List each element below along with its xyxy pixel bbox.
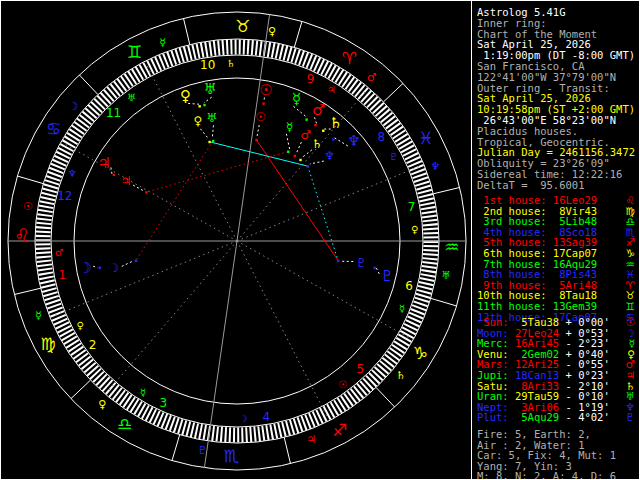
- aspect-line: [136, 141, 213, 261]
- house-ruler-icon: ♅: [127, 92, 136, 103]
- pointer-dash: [376, 268, 379, 274]
- sign-glyph-aries: ♈: [342, 48, 357, 68]
- house-ruler-icon: ♆: [68, 168, 77, 179]
- transit-position-dot: [373, 267, 375, 269]
- natal-planet-mars: ♂: [300, 128, 311, 142]
- zodiac-sign-icon: ♌: [626, 195, 635, 206]
- sign-ruler-icon: ☉: [23, 200, 33, 213]
- sign-glyph-aquarius: ♒: [444, 237, 459, 257]
- house-number: 5: [357, 362, 365, 376]
- transit-planet-uranus: ♅: [204, 80, 217, 98]
- info-line: Placidus houses.: [477, 126, 639, 137]
- planet-icon: ♃: [626, 370, 635, 381]
- house-cusp-line: [146, 63, 237, 241]
- sign-ruler-icon: ♄: [396, 369, 406, 382]
- planet-motion: - 4°02': [559, 412, 610, 423]
- sign-ruler-icon: ☽: [68, 100, 78, 113]
- sign-ruler-icon: ☿: [159, 36, 166, 49]
- house-ruler-icon: ☿: [399, 303, 405, 314]
- pointer-dash: [111, 167, 112, 173]
- house-number: 4: [263, 410, 271, 424]
- house-number: 12: [57, 189, 72, 203]
- pointer-dash: [310, 161, 324, 164]
- house-row: 1st house: 16Leo29♌: [477, 195, 635, 206]
- transit-planet-sun: ☉: [259, 81, 272, 99]
- sign-ruler-icon: ♀: [98, 398, 106, 411]
- sign-ruler-icon: ♇: [197, 444, 207, 457]
- transit-planet-moon: ☽: [79, 259, 92, 277]
- house-cusp-line: [63, 143, 237, 241]
- house-row: 6th house: 17Cap07♑: [477, 248, 635, 259]
- house-ruler-icon: ♂: [55, 247, 64, 258]
- sign-glyph-sagittarius: ♐: [332, 420, 347, 440]
- pointer-dash: [286, 134, 289, 149]
- sign-divider: [284, 437, 290, 463]
- house-cusp-line: [237, 165, 422, 241]
- house-ruler-icon: ♃: [327, 84, 336, 95]
- planet-position: 5Aqu29: [509, 412, 560, 423]
- sign-glyph-leo: ♌: [14, 225, 29, 245]
- sign-divider: [183, 18, 189, 44]
- sign-glyph-libra: ♎: [117, 414, 132, 434]
- transit-position-dot: [113, 174, 115, 176]
- transit-planet-jupiter: ♃: [97, 154, 110, 172]
- natal-position-dot: [307, 165, 309, 167]
- aspect-line: [209, 142, 307, 166]
- house-cusp-position: 1st house: 16Leo29: [477, 195, 597, 206]
- natal-position-dot: [287, 151, 289, 153]
- natal-planet-moon: ☽: [109, 261, 120, 275]
- house-ruler-icon: ♀: [411, 224, 418, 235]
- pointer-dash: [296, 142, 301, 153]
- house-number: 11: [106, 106, 121, 120]
- natal-transit-wheel: ♈♂♉♀♊☿♋☽♌☉♍☿♎♀♏♇♐♃♑♄♒♅♓♆1♂2♀3☿4☽5☉6☿7♀8♇…: [1, 1, 471, 479]
- house-cusp-position: 6th house: 17Cap07: [477, 248, 597, 259]
- planet-row: Jupi: 18Can13 + 0°23'♃: [477, 370, 635, 381]
- sign-glyph-gemini: ♊: [127, 42, 142, 62]
- sign-glyph-virgo: ♍: [40, 334, 55, 354]
- sign-ruler-icon: ♃: [306, 433, 316, 446]
- transit-position-dot: [198, 105, 200, 107]
- house-number: 7: [408, 200, 416, 214]
- zodiac-sign-icon: ♊: [626, 301, 635, 312]
- natal-position-dot: [294, 155, 296, 157]
- house-cusp-position: 11th house: 13Gem39: [477, 301, 597, 312]
- sign-glyph-capricorn: ♑: [413, 343, 428, 363]
- transit-planet-mercury: ☿: [292, 90, 301, 108]
- sign-divider: [294, 21, 302, 47]
- transit-position-dot: [332, 138, 334, 140]
- sign-divider: [79, 75, 98, 95]
- sign-glyph-scorpio: ♏: [224, 446, 239, 466]
- element-summary-block: Fire: 5, Earth: 2,Air : 2, Water: 1Car: …: [477, 429, 639, 480]
- sign-divider: [14, 288, 40, 294]
- sign-ruler-icon: ♂: [367, 71, 377, 84]
- sign-divider: [17, 176, 43, 184]
- transit-planet-pluto: ♇: [380, 267, 393, 285]
- transit-planet-mars: ♂: [312, 101, 325, 119]
- transit-position-dot: [314, 124, 316, 126]
- transit-position-dot: [305, 118, 307, 120]
- natal-planet-mercury: ☿: [286, 120, 293, 134]
- transit-position-dot: [262, 103, 264, 105]
- house-number: 2: [89, 338, 97, 352]
- transit-planet-venus: ♀: [180, 87, 191, 105]
- sign-divider: [383, 83, 403, 102]
- sign-divider: [172, 435, 180, 461]
- info-panel: Astrolog 5.41GInner ring:Chart of the Mo…: [475, 1, 639, 479]
- sign-glyph-taurus: ♉: [235, 16, 250, 36]
- house-number: 9: [307, 72, 315, 86]
- natal-position-dot: [299, 159, 301, 161]
- summary-line: M: 8, N: 2, A: 4, D: 6: [477, 471, 639, 480]
- planet-motion: + 0°23': [559, 370, 610, 381]
- house-number: 1: [59, 268, 67, 282]
- house-number: 10: [200, 58, 215, 72]
- house-number: 3: [160, 396, 168, 410]
- planet-icon: ☉: [626, 317, 635, 328]
- natal-planet-jupiter: ♃: [121, 174, 132, 188]
- pointer-dash: [302, 150, 312, 158]
- planet-label: Jupi:: [477, 370, 509, 381]
- sign-glyph-cancer: ♋: [46, 119, 61, 139]
- house-row: 11th house: 13Gem39♊: [477, 301, 635, 312]
- sign-ruler-icon: ☿: [35, 309, 42, 322]
- transit-position-dot: [203, 104, 205, 106]
- pointer-dash: [257, 125, 259, 137]
